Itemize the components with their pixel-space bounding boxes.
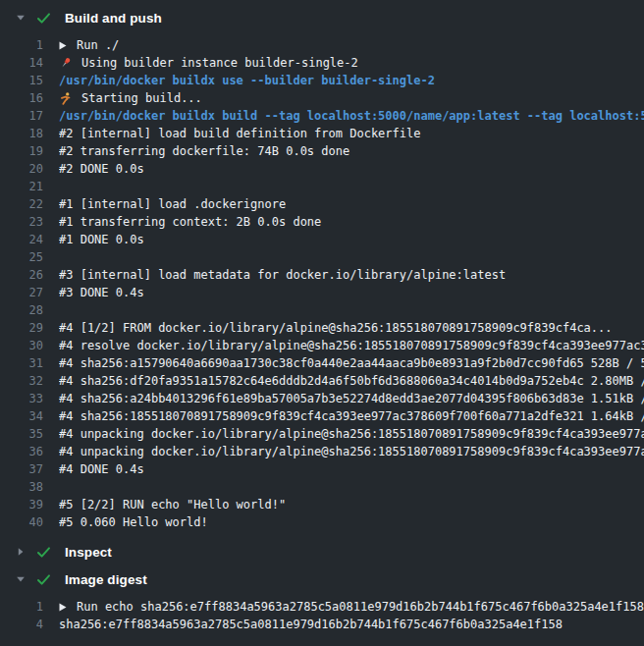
line-number[interactable]: 15 (0, 72, 43, 89)
log-text: Run echo sha256:e7ff8834a5963a2785c5a081… (77, 598, 644, 616)
line-number[interactable]: 17 (0, 107, 43, 125)
log-line: 15/usr/bin/docker buildx use --builder b… (0, 72, 644, 89)
play-icon[interactable] (59, 41, 67, 50)
line-number[interactable]: 37 (0, 460, 43, 478)
line-number[interactable]: 20 (0, 160, 43, 178)
line-number[interactable]: 23 (0, 213, 43, 231)
log-output-text: Using builder instance builder-single-2 (59, 54, 644, 72)
line-number[interactable]: 36 (0, 443, 43, 460)
section-build-and-push: Build and push1Run ./14Using builder ins… (0, 0, 644, 538)
log-line: 25 (0, 248, 644, 266)
log-output-text: Run echo sha256:e7ff8834a5963a2785c5a081… (59, 598, 644, 616)
log-text: #4 sha256:df20fa9351a15782c64e6dddb2d4a6… (59, 372, 644, 390)
line-number[interactable]: 18 (0, 125, 43, 142)
log-line: 26#3 [internal] load metadata for docker… (0, 266, 644, 284)
line-number[interactable]: 16 (0, 89, 43, 107)
line-number[interactable]: 19 (0, 142, 43, 160)
log-text: #2 [internal] load build definition from… (59, 125, 420, 142)
check-success-icon (36, 11, 51, 26)
line-number[interactable]: 40 (0, 513, 43, 531)
play-icon[interactable] (59, 603, 67, 612)
log-line: 16Starting build... (0, 89, 644, 107)
log-text: #3 [internal] load metadata for docker.i… (59, 266, 506, 284)
line-number[interactable]: 38 (0, 478, 43, 496)
log-output-text (59, 478, 644, 496)
log-line: 37#4 DONE 0.4s (0, 460, 644, 478)
line-number[interactable]: 1 (0, 36, 43, 54)
log-output-text: #4 unpacking docker.io/library/alpine@sh… (59, 443, 644, 460)
line-number[interactable]: 29 (0, 319, 43, 337)
log-lines-build-and-push: 1Run ./14Using builder instance builder-… (0, 31, 644, 538)
log-line: 22#1 [internal] load .dockerignore (0, 195, 644, 213)
section-header-image-digest[interactable]: Image digest (0, 565, 644, 593)
log-text: #2 DONE 0.0s (59, 160, 144, 178)
line-number[interactable]: 22 (0, 195, 43, 213)
chevron-down-icon (16, 13, 26, 23)
log-line: 39#5 [2/2] RUN echo "Hello world!" (0, 496, 644, 513)
log-output-text (59, 301, 644, 319)
chevron-right-icon (16, 547, 26, 557)
line-number[interactable]: 25 (0, 248, 43, 266)
log-output-text: #5 [2/2] RUN echo "Hello world!" (59, 496, 644, 513)
log-text: /usr/bin/docker buildx build --tag local… (59, 107, 644, 125)
log-text: #3 DONE 0.4s (59, 284, 144, 301)
log-output-text: #4 resolve docker.io/library/alpine@sha2… (59, 337, 644, 354)
log-text: Starting build... (81, 89, 202, 107)
log-line: 19#2 transferring dockerfile: 74B 0.0s d… (0, 142, 644, 160)
log-line: 38 (0, 478, 644, 496)
log-text: #4 sha256:185518070891758909c9f839cf4ca3… (59, 407, 644, 425)
log-line: 34#4 sha256:185518070891758909c9f839cf4c… (0, 407, 644, 425)
check-success-icon (36, 545, 51, 560)
log-text: #4 unpacking docker.io/library/alpine@sh… (59, 425, 644, 443)
line-number[interactable]: 21 (0, 178, 43, 195)
line-number[interactable]: 34 (0, 407, 43, 425)
line-number[interactable]: 39 (0, 496, 43, 513)
section-title: Image digest (65, 572, 147, 587)
log-text: #2 transferring dockerfile: 74B 0.0s don… (59, 142, 349, 160)
line-number[interactable]: 4 (0, 616, 43, 633)
log-line: 30#4 resolve docker.io/library/alpine@sh… (0, 337, 644, 354)
section-image-digest: Image digest1Run echo sha256:e7ff8834a59… (0, 565, 644, 640)
log-line: 4sha256:e7ff8834a5963a2785c5a0811e979d16… (0, 616, 644, 633)
log-text: /usr/bin/docker buildx use --builder bui… (59, 72, 435, 89)
log-output-text: #1 [internal] load .dockerignore (59, 195, 644, 213)
log-text: #5 [2/2] RUN echo "Hello world!" (59, 496, 286, 513)
log-line: 17/usr/bin/docker buildx build --tag loc… (0, 107, 644, 125)
log-text: #1 transferring context: 2B 0.0s done (59, 213, 321, 231)
line-number[interactable]: 27 (0, 284, 43, 301)
section-header-inspect[interactable]: Inspect (0, 538, 644, 565)
log-line: 40#5 0.060 Hello world! (0, 513, 644, 531)
log-text: #1 [internal] load .dockerignore (59, 195, 286, 213)
log-text: #5 0.060 Hello world! (59, 513, 208, 531)
line-number[interactable]: 26 (0, 266, 43, 284)
log-text: #4 unpacking docker.io/library/alpine@sh… (59, 443, 644, 460)
log-output-text: #2 DONE 0.0s (59, 160, 644, 178)
line-number[interactable]: 32 (0, 372, 43, 390)
line-number[interactable]: 1 (0, 598, 43, 616)
log-line: 24#1 DONE 0.0s (0, 231, 644, 248)
log-output-text: #1 transferring context: 2B 0.0s done (59, 213, 644, 231)
line-number[interactable]: 28 (0, 301, 43, 319)
log-line: 1Run echo sha256:e7ff8834a5963a2785c5a08… (0, 598, 644, 616)
line-number[interactable]: 14 (0, 54, 43, 72)
chevron-down-icon (16, 574, 26, 584)
line-number[interactable]: 31 (0, 354, 43, 372)
section-header-build-and-push[interactable]: Build and push (0, 4, 644, 31)
log-output-text: #4 sha256:a24bb4013296f61e89ba57005a7b3e… (59, 390, 644, 407)
log-text: sha256:e7ff8834a5963a2785c5a0811e979d16b… (59, 616, 563, 633)
runner-icon (59, 92, 73, 105)
log-line: 18#2 [internal] load build definition fr… (0, 125, 644, 142)
line-number[interactable]: 33 (0, 390, 43, 407)
line-number[interactable]: 35 (0, 425, 43, 443)
log-line: 14Using builder instance builder-single-… (0, 54, 644, 72)
log-output-text: #4 [1/2] FROM docker.io/library/alpine@s… (59, 319, 644, 337)
pushpin-icon (59, 57, 73, 70)
log-text: #4 DONE 0.4s (59, 460, 144, 478)
log-line: 21 (0, 178, 644, 195)
log-line: 23#1 transferring context: 2B 0.0s done (0, 213, 644, 231)
check-success-icon (36, 572, 51, 587)
log-line: 32#4 sha256:df20fa9351a15782c64e6dddb2d4… (0, 372, 644, 390)
line-number[interactable]: 30 (0, 337, 43, 354)
log-output-text (59, 248, 644, 266)
line-number[interactable]: 24 (0, 231, 43, 248)
